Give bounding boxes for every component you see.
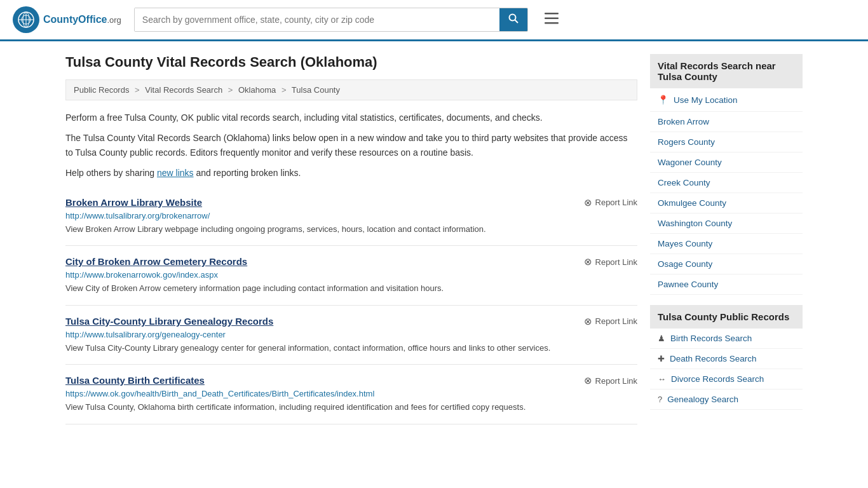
link-url-1[interactable]: http://www.brokenarrowok.gov/index.aspx <box>65 270 637 280</box>
nearby-item-7[interactable]: Osage County <box>650 254 803 274</box>
nearby-item-5[interactable]: Washington County <box>650 214 803 234</box>
breadcrumb-oklahoma[interactable]: Oklahoma <box>238 85 276 95</box>
link-url-0[interactable]: http://www.tulsalibrary.org/brokenarrow/ <box>65 211 637 220</box>
nearby-item-8[interactable]: Pawnee County <box>650 274 803 295</box>
link-card-3: Tulsa County Birth Certificates ⊗ Report… <box>65 365 637 424</box>
content-wrapper: Tulsa County Vital Records Search (Oklah… <box>53 41 815 437</box>
divorce-records-icon: ↔ <box>658 374 666 384</box>
report-link-3[interactable]: ⊗ Report Link <box>584 375 637 386</box>
report-icon-2: ⊗ <box>584 316 592 327</box>
nearby-item-3[interactable]: Creek County <box>650 173 803 193</box>
public-records-section: Tulsa County Public Records ♟ Birth Reco… <box>650 305 803 410</box>
svg-rect-9 <box>545 22 559 24</box>
public-records-item-0[interactable]: ♟ Birth Records Search <box>650 329 803 349</box>
nearby-item-6[interactable]: Mayes County <box>650 234 803 254</box>
search-button[interactable] <box>499 8 527 31</box>
description-3: Help others by sharing new links and rep… <box>65 166 637 180</box>
link-desc-0: View Broken Arrow Library webpage includ… <box>65 223 637 236</box>
death-records-icon: ✚ <box>658 354 665 363</box>
report-link-2[interactable]: ⊗ Report Link <box>584 316 637 327</box>
main-content: Tulsa County Vital Records Search (Oklah… <box>65 54 637 424</box>
link-desc-1: View City of Broken Arrow cemetery infor… <box>65 282 637 295</box>
description-2: The Tulsa County Vital Records Search (O… <box>65 131 637 159</box>
nearby-item-0[interactable]: Broken Arrow <box>650 112 803 132</box>
nearby-header: Vital Records Search near Tulsa County <box>650 54 803 88</box>
report-link-1[interactable]: ⊗ Report Link <box>584 256 637 268</box>
public-records-header: Tulsa County Public Records <box>650 305 803 329</box>
link-desc-2: View Tulsa City-County Library genealogy… <box>65 342 637 355</box>
nearby-item-4[interactable]: Okmulgee County <box>650 193 803 214</box>
nearby-item-2[interactable]: Wagoner County <box>650 152 803 173</box>
use-location[interactable]: 📍 Use My Location <box>650 88 803 112</box>
link-cards: Broken Arrow Library Website ⊗ Report Li… <box>65 187 637 424</box>
link-desc-3: View Tulsa County, Oklahoma birth certif… <box>65 401 637 414</box>
svg-line-6 <box>515 20 518 24</box>
sidebar: Vital Records Search near Tulsa County 📍… <box>650 54 803 424</box>
breadcrumb: Public Records > Vital Records Search > … <box>65 79 637 100</box>
breadcrumb-public-records[interactable]: Public Records <box>74 85 129 95</box>
public-records-item-3[interactable]: ? Genealogy Search <box>650 390 803 410</box>
report-icon-1: ⊗ <box>584 256 592 268</box>
public-records-item-1[interactable]: ✚ Death Records Search <box>650 349 803 369</box>
breadcrumb-tulsa-county[interactable]: Tulsa County <box>292 85 340 95</box>
link-card-2: Tulsa City-County Library Genealogy Reco… <box>65 306 637 365</box>
description-1: Perform a free Tulsa County, OK public v… <box>65 111 637 125</box>
nearby-item-1[interactable]: Rogers County <box>650 132 803 152</box>
report-icon-3: ⊗ <box>584 375 592 386</box>
menu-button[interactable] <box>541 8 562 32</box>
logo[interactable]: CountyOffice.org <box>13 6 121 33</box>
search-bar <box>134 8 528 32</box>
svg-point-5 <box>509 15 515 21</box>
logo-icon <box>13 6 39 33</box>
report-link-0[interactable]: ⊗ Report Link <box>584 197 637 208</box>
link-card-0: Broken Arrow Library Website ⊗ Report Li… <box>65 187 637 247</box>
link-title-2[interactable]: Tulsa City-County Library Genealogy Reco… <box>65 316 273 327</box>
birth-records-icon: ♟ <box>658 334 665 343</box>
link-url-3[interactable]: https://www.ok.gov/health/Birth_and_Deat… <box>65 389 637 398</box>
header: CountyOffice.org <box>0 0 868 41</box>
search-input[interactable] <box>135 8 499 31</box>
logo-text: CountyOffice.org <box>43 14 121 25</box>
new-links[interactable]: new links <box>157 168 194 178</box>
location-pin-icon: 📍 <box>658 95 668 105</box>
breadcrumb-vital-records[interactable]: Vital Records Search <box>145 85 222 95</box>
link-title-1[interactable]: City of Broken Arrow Cemetery Records <box>65 256 247 267</box>
public-records-item-2[interactable]: ↔ Divorce Records Search <box>650 369 803 390</box>
link-title-3[interactable]: Tulsa County Birth Certificates <box>65 375 205 386</box>
report-icon-0: ⊗ <box>584 197 592 208</box>
svg-rect-8 <box>545 18 559 20</box>
link-title-0[interactable]: Broken Arrow Library Website <box>65 197 202 208</box>
link-card-1: City of Broken Arrow Cemetery Records ⊗ … <box>65 246 637 306</box>
svg-rect-7 <box>545 13 559 15</box>
use-location-link[interactable]: Use My Location <box>674 95 738 105</box>
nearby-section: Vital Records Search near Tulsa County 📍… <box>650 54 803 295</box>
link-url-2[interactable]: http://www.tulsalibrary.org/genealogy-ce… <box>65 330 637 339</box>
page-title: Tulsa County Vital Records Search (Oklah… <box>65 54 637 71</box>
genealogy-icon: ? <box>658 395 662 404</box>
